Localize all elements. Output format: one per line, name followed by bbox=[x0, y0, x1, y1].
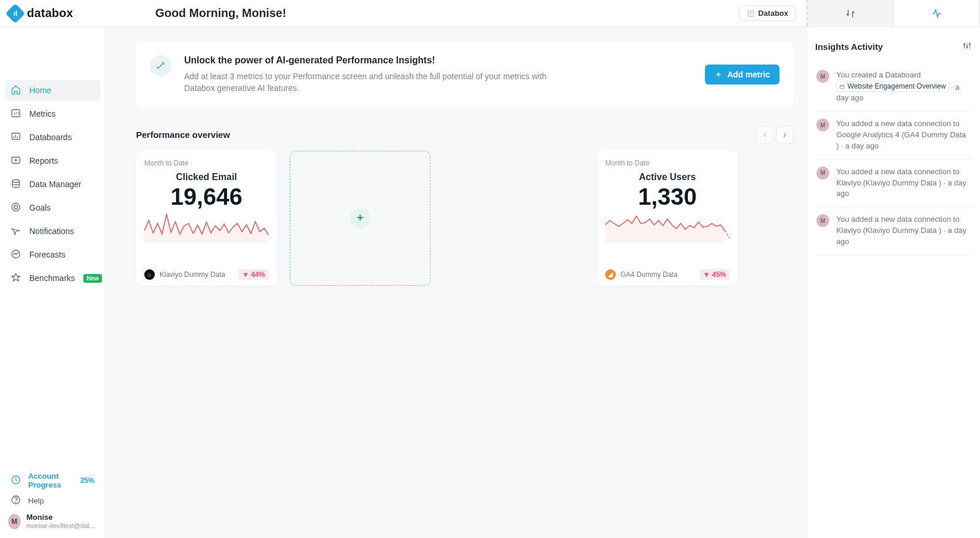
activity-text: You created a Databoard bbox=[836, 70, 921, 79]
reports-icon bbox=[11, 155, 21, 167]
page-title: Good Morning, Monise! bbox=[155, 6, 286, 20]
avatar: M bbox=[816, 214, 829, 227]
user-email: monise-dev3test@datab... bbox=[26, 522, 97, 530]
sort-icon bbox=[845, 8, 856, 19]
databoard-tag[interactable]: Website Engagement Overview bbox=[836, 81, 949, 92]
avatar: M bbox=[816, 119, 829, 131]
account-progress-pct: 25% bbox=[80, 476, 94, 485]
add-metric-tile[interactable]: + bbox=[290, 151, 430, 286]
card-name: Active Users bbox=[605, 172, 730, 182]
tab-insights[interactable] bbox=[894, 0, 980, 26]
sidebar-item-goals[interactable]: Goals bbox=[5, 197, 100, 218]
sidebar-item-account-progress[interactable]: Account Progress 25% bbox=[5, 471, 100, 490]
svg-rect-28 bbox=[840, 85, 845, 89]
activity-text: You added a new data connection to Klavi… bbox=[836, 167, 959, 187]
sidebar-item-benchmarks[interactable]: Benchmarks New bbox=[5, 268, 100, 289]
company-switcher[interactable]: Databox bbox=[739, 5, 796, 21]
sidebar-item-databoards[interactable]: Databoards bbox=[5, 127, 100, 148]
filter-button[interactable] bbox=[962, 41, 972, 52]
goals-icon bbox=[11, 202, 21, 214]
metric-card-clicked-email[interactable]: Month to Date Clicked Email 19,646 ⌂ Kla… bbox=[136, 151, 277, 286]
progress-icon bbox=[11, 475, 21, 487]
sidebar-item-metrics[interactable]: 123 Metrics bbox=[5, 103, 100, 124]
forecasts-icon bbox=[11, 249, 21, 261]
source-icon: ⌂ bbox=[144, 269, 155, 280]
benchmarks-icon bbox=[11, 272, 21, 285]
top-bar: ıl databox Good Morning, Monise! Databox bbox=[0, 0, 980, 27]
sidebar-user[interactable]: M Monise monise-dev3test@datab... bbox=[5, 510, 100, 532]
svg-text:123: 123 bbox=[13, 111, 20, 115]
account-progress-label: Account Progress bbox=[28, 472, 70, 489]
banner-body: Add at least 3 metrics to your Performan… bbox=[184, 70, 571, 94]
sidebar-item-data-manager[interactable]: Data Manager bbox=[5, 174, 100, 195]
card-value: 19,646 bbox=[144, 184, 269, 210]
activity-tabs bbox=[806, 0, 980, 26]
performance-section-head: Performance overview bbox=[136, 126, 794, 144]
svg-point-12 bbox=[12, 180, 19, 182]
user-name: Monise bbox=[26, 513, 97, 522]
performance-heading: Performance overview bbox=[136, 130, 230, 140]
databoards-icon bbox=[11, 131, 21, 144]
card-delta: 44% bbox=[239, 269, 269, 280]
brand-word: databox bbox=[27, 6, 73, 20]
new-badge: New bbox=[83, 274, 103, 283]
source-name: GA4 Dummy Data bbox=[620, 270, 677, 279]
wand-icon bbox=[150, 55, 171, 76]
svg-rect-6 bbox=[12, 133, 20, 140]
chevron-left-icon bbox=[761, 131, 769, 139]
metric-cards: Month to Date Clicked Email 19,646 ⌂ Kla… bbox=[136, 151, 794, 286]
brand-logo[interactable]: ıl databox bbox=[8, 6, 73, 21]
metrics-icon: 123 bbox=[11, 108, 21, 120]
sliders-icon bbox=[962, 41, 972, 50]
pager-next[interactable] bbox=[776, 126, 794, 144]
sidebar-item-label: Benchmarks bbox=[29, 273, 75, 283]
sidebar-item-reports[interactable]: Reports bbox=[5, 150, 100, 171]
sidebar-item-help[interactable]: Help bbox=[5, 490, 100, 510]
sidebar: Home 123 Metrics Databoards Reports Data… bbox=[0, 27, 106, 538]
card-value: 1,330 bbox=[605, 184, 730, 210]
pager-prev[interactable] bbox=[756, 126, 774, 144]
add-metric-button[interactable]: Add metric bbox=[705, 65, 779, 84]
sidebar-item-label: Forecasts bbox=[29, 250, 65, 259]
plus-icon: + bbox=[350, 208, 370, 228]
card-name: Clicked Email bbox=[144, 172, 269, 182]
help-icon bbox=[11, 495, 21, 507]
chevron-right-icon bbox=[781, 131, 789, 139]
svg-point-19 bbox=[16, 502, 16, 502]
data-manager-icon bbox=[11, 178, 21, 191]
sidebar-item-notifications[interactable]: Notifications bbox=[5, 221, 100, 242]
source-name: Klaviyo Dummy Data bbox=[160, 270, 225, 279]
sparkline bbox=[605, 210, 730, 243]
activity-item[interactable]: M You added a new data connection to Kla… bbox=[815, 160, 972, 208]
company-name: Databox bbox=[758, 9, 788, 18]
activity-time: a day ago bbox=[841, 141, 879, 150]
sidebar-item-label: Reports bbox=[29, 156, 58, 165]
plus-icon bbox=[714, 70, 723, 79]
company-icon bbox=[747, 9, 755, 18]
source-icon: ◢ bbox=[605, 269, 616, 280]
metric-card-active-users[interactable]: Month to Date Active Users 1,330 ◢ GA4 D… bbox=[597, 151, 738, 286]
sidebar-item-label: Home bbox=[29, 86, 51, 95]
activity-item[interactable]: M You created a Databoard Website Engage… bbox=[815, 63, 972, 111]
activity-text: You added a new data connection to Klavi… bbox=[836, 215, 959, 235]
svg-marker-11 bbox=[15, 158, 18, 161]
svg-point-13 bbox=[12, 203, 20, 211]
sidebar-item-label: Notifications bbox=[29, 226, 74, 236]
main: Unlock the power of AI-generated Perform… bbox=[106, 27, 806, 538]
avatar: M bbox=[816, 70, 829, 83]
window-icon bbox=[839, 84, 845, 90]
activity-item[interactable]: M You added a new data connection to Goo… bbox=[815, 111, 972, 160]
sidebar-item-home[interactable]: Home bbox=[5, 80, 100, 101]
activity-item[interactable]: M You added a new data connection to Kla… bbox=[815, 207, 972, 255]
add-metric-label: Add metric bbox=[727, 70, 770, 79]
tab-sort[interactable] bbox=[808, 0, 894, 26]
insights-panel: Insights Activity M You created a Databo… bbox=[806, 27, 980, 538]
sidebar-item-forecasts[interactable]: Forecasts bbox=[5, 244, 100, 265]
card-period: Month to Date bbox=[605, 159, 730, 167]
avatar: M bbox=[8, 514, 21, 529]
avatar: M bbox=[816, 167, 829, 180]
sidebar-item-label: Metrics bbox=[29, 109, 56, 119]
nav-list: Home 123 Metrics Databoards Reports Data… bbox=[0, 80, 105, 466]
notifications-icon bbox=[11, 225, 21, 238]
activity-icon bbox=[931, 8, 942, 19]
